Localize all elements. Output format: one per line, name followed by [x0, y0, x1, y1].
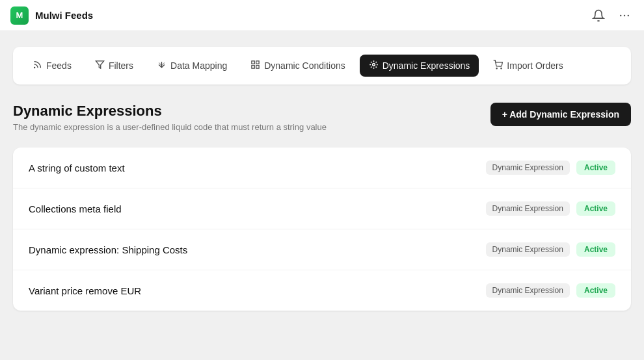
type-badge: Dynamic Expression	[486, 201, 570, 216]
svg-point-10	[372, 64, 375, 66]
expression-name: Dynamic expression: Shipping Costs	[29, 244, 187, 255]
tab-import-orders[interactable]: Import Orders	[484, 55, 572, 77]
dynamic-conditions-tab-label: Dynamic Conditions	[264, 60, 345, 71]
dynamic-expressions-icon	[369, 60, 379, 71]
feeds-icon	[33, 60, 42, 71]
svg-line-18	[375, 62, 376, 62]
svg-point-19	[496, 68, 497, 69]
data-mapping-icon	[157, 60, 167, 71]
import-orders-tab-label: Import Orders	[507, 60, 563, 71]
expression-row[interactable]: Dynamic expression: Shipping Costs Dynam…	[13, 229, 631, 270]
status-badge: Active	[576, 161, 615, 175]
svg-rect-8	[252, 66, 254, 68]
expression-row[interactable]: A string of custom text Dynamic Expressi…	[13, 148, 631, 188]
tab-feeds[interactable]: Feeds	[23, 55, 81, 77]
tab-dynamic-expressions[interactable]: Dynamic Expressions	[360, 55, 479, 77]
notifications-button[interactable]	[589, 6, 608, 25]
row-badges: Dynamic Expression Active	[486, 242, 615, 257]
type-badge: Dynamic Expression	[486, 161, 570, 175]
tab-data-mapping[interactable]: Data Mapping	[148, 55, 236, 77]
svg-point-3	[34, 67, 35, 68]
feeds-tab-label: Feeds	[46, 60, 72, 71]
svg-rect-9	[256, 66, 259, 68]
tab-dynamic-conditions[interactable]: Dynamic Conditions	[241, 55, 355, 77]
page-title: Dynamic Expressions	[13, 103, 327, 120]
app-logo: M	[10, 6, 29, 25]
svg-point-0	[620, 14, 622, 16]
svg-rect-7	[256, 61, 259, 64]
svg-line-17	[371, 67, 371, 68]
data-mapping-tab-label: Data Mapping	[170, 60, 227, 71]
tab-navigation: Feeds Filters Data Mapping Dynamic Condi…	[13, 47, 631, 84]
topbar-right	[589, 6, 634, 25]
svg-point-1	[624, 14, 626, 16]
type-badge: Dynamic Expression	[486, 283, 570, 298]
topbar: M Mulwi Feeds	[0, 0, 644, 31]
logo-text: M	[16, 10, 23, 20]
main-content: Feeds Filters Data Mapping Dynamic Condi…	[0, 31, 644, 360]
svg-point-2	[628, 14, 630, 16]
status-badge: Active	[576, 201, 615, 216]
filters-icon	[95, 60, 105, 71]
type-badge: Dynamic Expression	[486, 242, 570, 257]
page-header-left: Dynamic Expressions The dynamic expressi…	[13, 103, 327, 132]
page-header: Dynamic Expressions The dynamic expressi…	[13, 103, 631, 132]
import-orders-icon	[493, 60, 503, 71]
app-title: Mulwi Feeds	[35, 10, 93, 21]
expression-row[interactable]: Collections meta field Dynamic Expressio…	[13, 188, 631, 229]
dynamic-conditions-icon	[250, 60, 260, 71]
filters-tab-label: Filters	[109, 60, 133, 71]
more-icon	[618, 9, 631, 22]
status-badge: Active	[576, 242, 615, 257]
status-badge: Active	[576, 283, 615, 298]
dynamic-expressions-tab-label: Dynamic Expressions	[382, 60, 470, 71]
row-badges: Dynamic Expression Active	[486, 161, 615, 175]
svg-marker-4	[96, 61, 104, 68]
expression-row[interactable]: Variant price remove EUR Dynamic Express…	[13, 270, 631, 311]
row-badges: Dynamic Expression Active	[486, 283, 615, 298]
bell-icon	[592, 9, 605, 22]
svg-line-16	[375, 67, 376, 68]
expressions-list: A string of custom text Dynamic Expressi…	[13, 148, 631, 311]
svg-rect-6	[252, 61, 254, 64]
expression-name: Collections meta field	[29, 203, 122, 214]
tab-filters[interactable]: Filters	[86, 55, 142, 77]
svg-line-15	[371, 62, 371, 62]
expression-name: Variant price remove EUR	[29, 285, 141, 296]
page-description: The dynamic expression is a user-defined…	[13, 122, 327, 132]
row-badges: Dynamic Expression Active	[486, 201, 615, 216]
svg-point-20	[501, 68, 502, 69]
more-options-button[interactable]	[615, 6, 634, 25]
topbar-left: M Mulwi Feeds	[10, 6, 93, 25]
expression-name: A string of custom text	[29, 162, 125, 174]
add-dynamic-expression-button[interactable]: + Add Dynamic Expression	[490, 103, 631, 126]
